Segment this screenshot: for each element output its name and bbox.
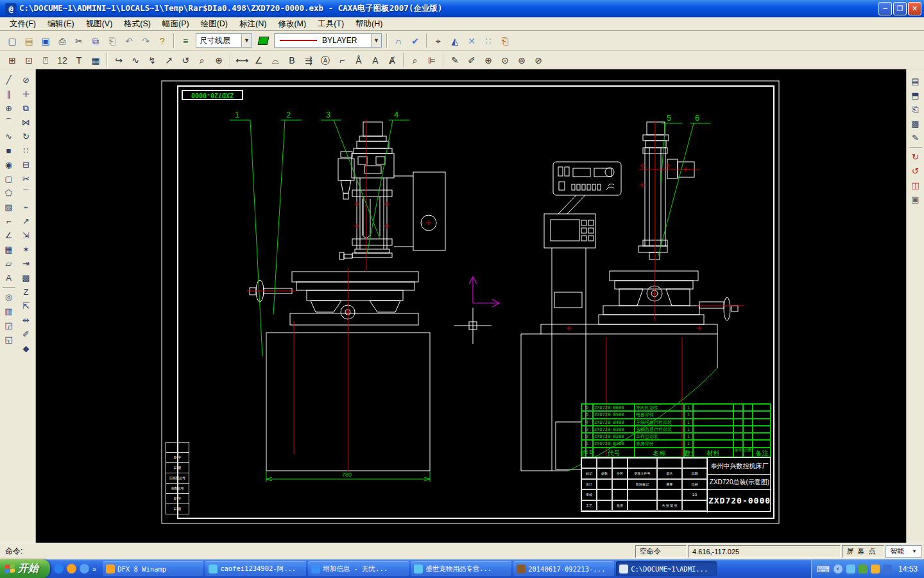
rotate-icon[interactable]: ↻ [19,130,34,144]
menu-item-2[interactable]: 视图(V) [80,17,119,31]
block-attr-icon[interactable]: ▥ [1,304,17,319]
linear-dim-icon[interactable]: ⟷ [234,53,250,67]
chevron-down-icon[interactable]: ▼ [241,34,252,47]
erase-icon[interactable]: ⊘ [19,73,34,87]
rotate-ccw-icon[interactable]: ↺ [908,164,923,179]
zoom-dynamic-icon[interactable]: ◭ [447,33,463,48]
zoom-doc-icon[interactable]: ⊚ [514,53,529,67]
text-frame-icon[interactable]: ⍞ [38,53,53,67]
menu-item-8[interactable]: 工具(T) [312,17,350,31]
browser-quick-icon[interactable] [80,564,89,574]
stretch-icon[interactable]: ⇲ [19,229,34,243]
linetype-select[interactable]: BYLAYER ▼ [274,33,382,48]
task-winrar[interactable]: 20140617-092213-... [513,561,614,576]
cut-icon[interactable]: ✂ [71,33,87,48]
text-icon[interactable]: A [1,271,17,285]
break-icon[interactable]: ⌁ [19,200,34,215]
pointer-arrow-icon[interactable]: ↗ [161,53,176,67]
layers-icon[interactable]: ≡ [178,33,193,48]
new-file-icon[interactable]: ▢ [4,33,20,48]
task-shop[interactable]: 盛世宠物用品专营... [411,561,511,576]
block-make-icon[interactable]: ◱ [1,333,17,347]
move-icon[interactable]: ✛ [19,87,34,101]
collapse-chevron-icon[interactable]: ‹ [834,565,843,574]
save-file-icon[interactable]: ▣ [38,33,53,48]
rectangle-icon[interactable]: ▢ [1,172,17,186]
leader-icon[interactable]: ↪ [111,53,126,67]
messenger-quick-icon[interactable] [54,564,64,574]
dim-style-icon[interactable]: 12 [55,53,70,67]
chain-dim-icon[interactable]: ⇶ [301,53,316,67]
trim-icon[interactable]: ✂ [19,172,34,186]
mirror-icon[interactable]: ⋈ [19,116,34,130]
quick-launch-more-icon[interactable]: » [92,565,96,573]
prev-view-icon[interactable]: ⎗ [497,33,513,48]
search-circle-icon[interactable]: ⌕ [194,53,210,67]
chevron-down-icon[interactable]: ▼ [912,548,917,554]
media-quick-icon[interactable] [67,564,76,574]
network-tray-icon[interactable] [883,565,892,574]
fillet-icon[interactable]: ⌒ [19,186,34,200]
arc-icon[interactable]: ⌒ [1,116,17,130]
export-share-icon[interactable]: ⎗ [908,103,923,117]
print-icon[interactable]: ⎙ [55,33,70,48]
layer-select[interactable]: 尺寸线层 ▼ [196,33,252,48]
extend-icon[interactable]: ↗ [19,215,34,229]
copy-object-icon[interactable]: ⧉ [19,101,34,116]
pick-mode-label[interactable]: 屏幕点 [842,545,884,558]
grid-hatch-icon[interactable]: ▦ [1,243,17,257]
pan-view-icon[interactable]: ⌖ [431,33,446,48]
view-3d-icon[interactable]: ⬒ [908,89,923,103]
drawing-canvas[interactable]: 1 2 3 4 5 6 780 [36,69,906,543]
rotate-cw-icon[interactable]: ↻ [908,150,923,164]
block-ref-icon[interactable]: ◎ [1,290,17,304]
task-winamp[interactable]: DFX 8 Winamp [103,561,203,576]
qq-tray-icon[interactable] [871,565,880,574]
layer-move-icon[interactable]: Z [19,285,34,299]
polygon-icon[interactable]: ⬠ [1,186,17,200]
restore-button[interactable]: ❐ [893,2,907,15]
sketch-pen-icon[interactable]: ✎ [447,53,463,67]
block-edit-icon[interactable]: ◲ [1,319,17,333]
sign-pen-icon[interactable]: ✐ [464,53,479,67]
array-icon[interactable]: ∷ [19,144,34,158]
baseline-dim-icon[interactable]: B [284,53,300,67]
wave-curve-icon[interactable]: ∿ [128,53,143,67]
zoom-object-icon[interactable]: ✕ [464,33,479,48]
center-line-icon[interactable]: ⌐ [1,215,17,229]
start-button[interactable]: 开始 [0,559,50,578]
menu-item-5[interactable]: 绘图(D) [195,17,234,31]
menu-item-3[interactable]: 格式(S) [118,17,157,31]
polyline-icon[interactable]: ∠ [1,229,17,243]
open-file-icon[interactable]: ▤ [21,33,37,48]
ime-keyboard-icon[interactable]: ⌨ [817,564,830,574]
close-button[interactable]: ✕ [908,2,921,15]
command-prompt[interactable]: 命令: [3,546,634,557]
table-style-icon[interactable]: ▦ [88,53,103,67]
section-view-icon[interactable]: ◫ [908,179,923,193]
dim-stretch-icon[interactable]: ⇹ [19,313,34,328]
snap-mode-select[interactable]: 智能 ▼ [886,545,921,558]
loop-symbol-icon[interactable]: ↺ [178,53,193,67]
coord-dim-icon[interactable]: ⌐ [334,53,350,67]
help-icon[interactable]: ? [155,33,170,48]
menu-item-6[interactable]: 标注(N) [234,17,272,31]
frame-fill-icon[interactable]: ⊞ [4,53,20,67]
show-all-icon[interactable]: ∷ [481,33,496,48]
spline-icon[interactable]: ∿ [1,130,17,144]
text-style-icon[interactable]: T [71,53,87,67]
dim-drag-icon[interactable]: ⇱ [19,299,34,313]
dim-edit-icon[interactable]: Ⱥ [384,53,400,67]
lightning-icon[interactable]: ↯ [144,53,160,67]
task-caxa[interactable]: C:\DOCUME~1\ADMI... [616,561,717,576]
parallel-line-icon[interactable]: ∥ [1,87,17,101]
block-new-icon[interactable]: ▣ [908,193,923,207]
palette-grid-icon[interactable]: ▩ [908,117,923,131]
match-prop-icon[interactable]: ◆ [19,342,34,356]
clip-icon[interactable]: ⊟ [19,158,34,172]
format-brush-icon[interactable]: ✐ [19,328,34,342]
menu-item-9[interactable]: 帮助(H) [350,17,388,31]
copy-icon[interactable]: ⧉ [88,33,103,48]
zoom-page-icon[interactable]: ⊙ [497,53,513,67]
frame-window-icon[interactable]: ⊡ [21,53,37,67]
